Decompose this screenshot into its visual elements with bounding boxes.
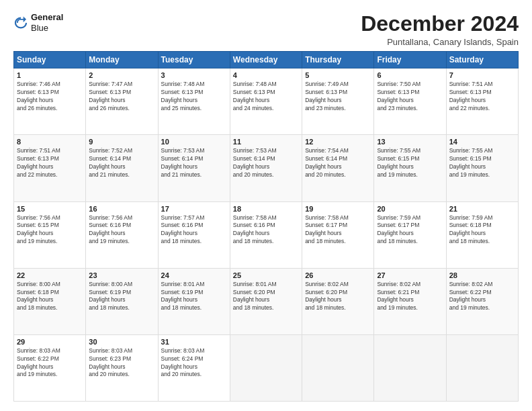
day-number: 17 [161,205,227,213]
cell-info: Sunrise: 7:47 AMSunset: 6:13 PMDaylight … [89,81,132,111]
day-number: 13 [377,138,443,146]
cell-info: Sunrise: 7:48 AMSunset: 6:13 PMDaylight … [161,81,205,111]
table-row: 29 Sunrise: 8:03 AMSunset: 6:22 PMDaylig… [14,334,519,401]
list-item: 14 Sunrise: 7:55 AMSunset: 6:15 PMDaylig… [446,135,518,201]
cell-info: Sunrise: 7:57 AMSunset: 6:16 PMDaylight … [161,214,205,245]
day-number: 22 [17,271,83,279]
title-block: December 2024 Puntallana, Canary Islands… [361,12,519,47]
cell-info: Sunrise: 7:58 AMSunset: 6:17 PMDaylight … [305,214,349,245]
cell-info: Sunrise: 8:03 AMSunset: 6:23 PMDaylight … [89,347,132,378]
col-friday: Friday [374,52,446,68]
list-item: 23 Sunrise: 8:00 AMSunset: 6:19 PMDaylig… [86,268,158,334]
list-item [302,334,374,401]
day-number: 24 [161,271,227,279]
cell-info: Sunrise: 7:50 AMSunset: 6:13 PMDaylight … [377,81,420,111]
list-item: 7 Sunrise: 7:51 AMSunset: 6:13 PMDayligh… [446,68,518,135]
day-number: 19 [305,205,371,213]
day-number: 21 [449,205,515,213]
day-number: 1 [17,71,83,79]
list-item: 4 Sunrise: 7:48 AMSunset: 6:13 PMDayligh… [230,68,302,135]
cell-info: Sunrise: 8:02 AMSunset: 6:20 PMDaylight … [305,281,349,312]
day-number: 10 [161,138,227,146]
list-item: 21 Sunrise: 7:59 AMSunset: 6:18 PMDaylig… [446,201,518,268]
page: General Blue December 2024 Puntallana, C… [0,0,532,411]
day-number: 9 [89,138,154,146]
calendar-table: Sunday Monday Tuesday Wednesday Thursday… [13,51,519,402]
cell-info: Sunrise: 8:03 AMSunset: 6:22 PMDaylight … [17,347,60,378]
list-item: 1 Sunrise: 7:46 AMSunset: 6:13 PMDayligh… [14,68,86,135]
day-number: 2 [89,71,154,79]
cell-info: Sunrise: 7:52 AMSunset: 6:14 PMDaylight … [89,147,132,178]
list-item: 22 Sunrise: 8:00 AMSunset: 6:18 PMDaylig… [14,268,86,334]
day-number: 31 [161,338,227,346]
list-item: 11 Sunrise: 7:53 AMSunset: 6:14 PMDaylig… [230,135,302,201]
cell-info: Sunrise: 8:03 AMSunset: 6:24 PMDaylight … [161,347,205,378]
cell-info: Sunrise: 7:53 AMSunset: 6:14 PMDaylight … [161,147,205,178]
cell-info: Sunrise: 7:58 AMSunset: 6:16 PMDaylight … [233,214,277,245]
col-wednesday: Wednesday [230,52,302,68]
cell-info: Sunrise: 7:54 AMSunset: 6:14 PMDaylight … [305,147,349,178]
list-item: 19 Sunrise: 7:58 AMSunset: 6:17 PMDaylig… [302,201,374,268]
list-item [446,334,518,401]
cell-info: Sunrise: 7:59 AMSunset: 6:17 PMDaylight … [377,214,420,245]
list-item: 29 Sunrise: 8:03 AMSunset: 6:22 PMDaylig… [14,334,86,401]
list-item: 5 Sunrise: 7:49 AMSunset: 6:13 PMDayligh… [302,68,374,135]
logo: General Blue [13,12,63,33]
col-tuesday: Tuesday [158,52,230,68]
list-item: 13 Sunrise: 7:55 AMSunset: 6:15 PMDaylig… [374,135,446,201]
list-item: 30 Sunrise: 8:03 AMSunset: 6:23 PMDaylig… [86,334,158,401]
table-row: 22 Sunrise: 8:00 AMSunset: 6:18 PMDaylig… [14,268,519,334]
day-number: 26 [305,271,371,279]
list-item: 8 Sunrise: 7:51 AMSunset: 6:13 PMDayligh… [14,135,86,201]
day-number: 14 [449,138,515,146]
day-number: 25 [233,271,299,279]
list-item: 31 Sunrise: 8:03 AMSunset: 6:24 PMDaylig… [158,334,230,401]
day-number: 12 [305,138,371,146]
col-thursday: Thursday [302,52,374,68]
list-item: 16 Sunrise: 7:56 AMSunset: 6:16 PMDaylig… [86,201,158,268]
cell-info: Sunrise: 7:55 AMSunset: 6:15 PMDaylight … [449,147,493,178]
cell-info: Sunrise: 8:01 AMSunset: 6:20 PMDaylight … [233,281,277,312]
cell-info: Sunrise: 7:48 AMSunset: 6:13 PMDaylight … [233,81,277,111]
day-number: 29 [17,338,83,346]
list-item: 10 Sunrise: 7:53 AMSunset: 6:14 PMDaylig… [158,135,230,201]
cell-info: Sunrise: 7:56 AMSunset: 6:16 PMDaylight … [89,214,132,245]
logo-text: General Blue [31,12,63,33]
list-item: 25 Sunrise: 8:01 AMSunset: 6:20 PMDaylig… [230,268,302,334]
day-number: 28 [449,271,515,279]
list-item: 15 Sunrise: 7:56 AMSunset: 6:15 PMDaylig… [14,201,86,268]
day-number: 8 [17,138,83,146]
day-number: 15 [17,205,83,213]
cell-info: Sunrise: 8:00 AMSunset: 6:18 PMDaylight … [17,281,60,312]
cell-info: Sunrise: 8:01 AMSunset: 6:19 PMDaylight … [161,281,205,312]
month-title: December 2024 [361,12,519,36]
day-number: 18 [233,205,299,213]
cell-info: Sunrise: 7:53 AMSunset: 6:14 PMDaylight … [233,147,277,178]
table-row: 15 Sunrise: 7:56 AMSunset: 6:15 PMDaylig… [14,201,519,268]
day-number: 6 [377,71,443,79]
list-item: 18 Sunrise: 7:58 AMSunset: 6:16 PMDaylig… [230,201,302,268]
location-subtitle: Puntallana, Canary Islands, Spain [361,37,519,47]
col-monday: Monday [86,52,158,68]
table-row: 8 Sunrise: 7:51 AMSunset: 6:13 PMDayligh… [14,135,519,201]
list-item [374,334,446,401]
cell-info: Sunrise: 7:49 AMSunset: 6:13 PMDaylight … [305,81,349,111]
cell-info: Sunrise: 7:56 AMSunset: 6:15 PMDaylight … [17,214,60,245]
table-row: 1 Sunrise: 7:46 AMSunset: 6:13 PMDayligh… [14,68,519,135]
cell-info: Sunrise: 8:00 AMSunset: 6:19 PMDaylight … [89,281,132,312]
list-item: 12 Sunrise: 7:54 AMSunset: 6:14 PMDaylig… [302,135,374,201]
day-number: 4 [233,71,299,79]
list-item: 2 Sunrise: 7:47 AMSunset: 6:13 PMDayligh… [86,68,158,135]
col-saturday: Saturday [446,52,518,68]
list-item: 9 Sunrise: 7:52 AMSunset: 6:14 PMDayligh… [86,135,158,201]
cell-info: Sunrise: 7:59 AMSunset: 6:18 PMDaylight … [449,214,493,245]
list-item: 17 Sunrise: 7:57 AMSunset: 6:16 PMDaylig… [158,201,230,268]
list-item: 3 Sunrise: 7:48 AMSunset: 6:13 PMDayligh… [158,68,230,135]
day-number: 20 [377,205,443,213]
list-item: 26 Sunrise: 8:02 AMSunset: 6:20 PMDaylig… [302,268,374,334]
list-item: 6 Sunrise: 7:50 AMSunset: 6:13 PMDayligh… [374,68,446,135]
day-number: 30 [89,338,154,346]
day-number: 16 [89,205,154,213]
day-number: 11 [233,138,299,146]
header-row: Sunday Monday Tuesday Wednesday Thursday… [14,52,519,68]
